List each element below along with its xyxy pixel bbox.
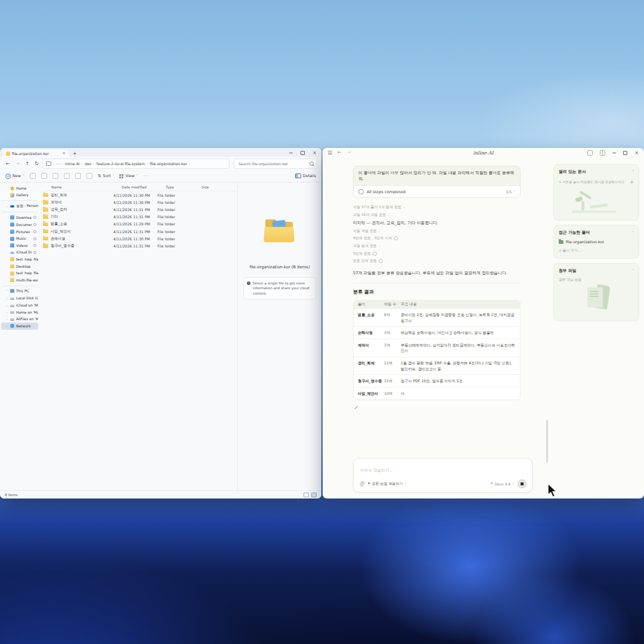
new-window-icon[interactable] <box>587 150 593 156</box>
sidebar-item[interactable]: Gallery <box>1 192 38 199</box>
table-row[interactable]: 교육_잡지 4/11/2026 11:31 PM File folder <box>42 206 237 213</box>
paste-icon[interactable] <box>52 173 58 179</box>
agent-step[interactable]: 파일 57개 폴더 1개 탐색 완료 › <box>353 203 521 211</box>
maximize-button[interactable] <box>301 151 305 155</box>
sidebar-item[interactable]: ˅ This PC <box>1 286 38 295</box>
sidebar-item[interactable]: iCloud Drive (Mo <box>1 249 38 256</box>
forward-button[interactable]: → <box>14 161 21 166</box>
sidebar-item[interactable]: › AllFiles on 'Mac' ( <box>1 315 38 323</box>
chevron-down-icon[interactable]: ˅ <box>632 269 634 273</box>
tree-chevron-icon[interactable]: › <box>5 205 8 208</box>
chevron-down-icon[interactable]: ˅ <box>632 170 634 174</box>
tree-chevron-icon[interactable]: › <box>5 311 8 314</box>
table-row[interactable]: 기타 4/11/2026 11:31 PM File folder <box>42 213 237 221</box>
more-options-button[interactable]: ··· <box>143 174 148 178</box>
breadcrumb-item[interactable]: dev <box>85 162 91 166</box>
tree-chevron-icon[interactable]: › <box>5 296 8 300</box>
rename-icon[interactable] <box>64 173 70 179</box>
sidebar-item[interactable]: Desktop <box>1 263 38 270</box>
sidebar-item[interactable]: › Local Disk (C:) <box>1 295 38 302</box>
agent-step[interactable]: 파일 작업 완료 › <box>353 227 521 235</box>
add-folder-button[interactable]: + 폴더 추가... <box>559 248 634 253</box>
back-button[interactable]: ← <box>4 161 12 166</box>
agent-step[interactable]: 마지막 — 견적서, 교육_잡지, 기타 이동합니다. › <box>353 219 521 228</box>
sidebar-item[interactable]: multi-file-workflow <box>1 277 38 284</box>
share-icon[interactable] <box>75 173 81 179</box>
new-tab-button[interactable]: + <box>73 151 77 156</box>
table-row[interactable]: 계약서 4/11/2026 11:30 PM File folder <box>42 199 237 206</box>
delete-icon[interactable] <box>86 173 92 179</box>
minimize-button[interactable] <box>612 153 616 153</box>
cut-icon[interactable] <box>30 173 36 179</box>
chevron-down-icon[interactable]: ˅ <box>513 190 515 194</box>
view-button[interactable]: View ˅ <box>119 174 138 178</box>
breadcrumb-item[interactable]: inline AI <box>65 162 80 166</box>
new-button[interactable]: + New ˅ <box>5 174 24 179</box>
thumbnail-view-icon[interactable] <box>311 493 317 497</box>
breadcrumb[interactable]: › ··· › inline AI › dev › feature-2-loca… <box>42 159 230 169</box>
sidebar-item[interactable]: › Network <box>1 323 38 330</box>
agent-step[interactable]: 파일 56개 작업 완료 › <box>353 211 521 219</box>
chat-scrollbar[interactable] <box>546 420 548 463</box>
search-input[interactable] <box>237 161 309 166</box>
steps-summary[interactable]: All steps completed 5/5 ˅ <box>354 185 520 197</box>
sidebar-item[interactable]: test_hwp_files <box>1 256 38 263</box>
sidebar-item[interactable]: Videos <box>1 242 38 249</box>
maximize-button[interactable] <box>623 151 627 155</box>
up-button[interactable]: ↑ <box>23 161 31 166</box>
table-row[interactable]: 손해사정 4/11/2026 11:30 PM File folder <box>42 235 237 242</box>
message-input[interactable] <box>359 467 529 473</box>
breadcrumb-item[interactable]: file-organization-kor <box>150 162 187 166</box>
search-box[interactable] <box>234 159 317 169</box>
model-selector[interactable]: * Opus 4.6 ˅ <box>491 482 514 486</box>
explorer-tab[interactable]: file-organization-kor × <box>3 150 69 157</box>
sort-button[interactable]: ⇅ Sort ˅ <box>98 174 114 178</box>
connected-folder-item[interactable]: file-organization-kor <box>559 240 634 244</box>
agent-step[interactable]: 4단계 완료 · 5단계 시작 › <box>353 235 521 243</box>
add-document-button[interactable]: + <box>630 179 634 185</box>
agent-step[interactable]: 파일 탐색 완료 › <box>353 242 521 250</box>
stop-button[interactable] <box>518 479 527 488</box>
agent-step[interactable]: 5단계 완료 › <box>353 250 521 258</box>
attach-icon[interactable] <box>359 481 364 487</box>
close-button[interactable]: × <box>312 151 317 154</box>
table-row[interactable]: 청구서_영수증 4/11/2026 11:31 PM File folder <box>42 242 237 249</box>
apply-all-edits-button[interactable]: * 모든 편집 적용하기 ˅ <box>368 481 406 487</box>
tab-close-icon[interactable]: × <box>62 151 66 156</box>
table-row[interactable]: 법률_소송 4/11/2026 11:29 PM File folder <box>42 221 237 228</box>
sidebar-toggle-icon[interactable] <box>600 150 605 156</box>
back-button[interactable]: ← <box>338 150 342 155</box>
sidebar-item[interactable]: Music <box>1 235 38 242</box>
sidebar-item[interactable]: Documents <box>1 221 38 228</box>
copy-icon[interactable] <box>41 173 47 179</box>
tree-chevron-icon[interactable]: › <box>5 317 8 321</box>
menu-icon[interactable] <box>328 151 332 154</box>
forward-button[interactable]: → <box>347 150 351 155</box>
sidebar-item[interactable]: › Home on 'Mac' (Y <box>1 309 38 316</box>
column-date-modified[interactable]: Date modified <box>122 185 166 189</box>
sidebar-item[interactable]: Pictures <box>1 228 38 236</box>
sidebar-item[interactable]: test_hwp_files <box>1 270 38 277</box>
file-name-cell: 기타 <box>42 214 113 219</box>
breadcrumb-item[interactable]: feature-2-local-file-system <box>97 162 145 166</box>
agent-step[interactable]: 모든 단계 완료 › <box>353 257 521 265</box>
refresh-button[interactable]: ↻ <box>33 161 41 166</box>
tree-chevron-icon[interactable]: › <box>5 324 8 328</box>
minimize-button[interactable] <box>289 153 293 153</box>
sidebar-item[interactable]: Home <box>1 185 38 192</box>
column-name[interactable]: Name <box>42 185 122 189</box>
details-toggle-button[interactable]: Details <box>295 174 316 178</box>
tree-chevron-icon[interactable]: › <box>5 304 8 307</box>
chevron-down-icon[interactable]: ˅ <box>632 231 634 234</box>
sidebar-item[interactable]: › 성권 - Personal <box>1 200 38 210</box>
breadcrumb-ellipsis[interactable]: ··· <box>56 162 60 166</box>
details-view-icon[interactable] <box>304 493 309 497</box>
table-row[interactable]: 경리_회계 4/11/2026 11:30 PM File folder <box>42 191 237 199</box>
close-button[interactable]: × <box>634 151 639 154</box>
column-size[interactable]: Size <box>202 185 225 189</box>
sidebar-item[interactable]: Downloads <box>1 212 38 221</box>
tree-chevron-icon[interactable]: ˅ <box>5 289 8 293</box>
column-type[interactable]: Type <box>166 185 202 189</box>
table-row[interactable]: 사업_제안서 4/11/2026 11:31 PM File folder <box>42 228 237 235</box>
sidebar-item[interactable]: › iCloud on 'Mac' ( <box>1 302 38 309</box>
